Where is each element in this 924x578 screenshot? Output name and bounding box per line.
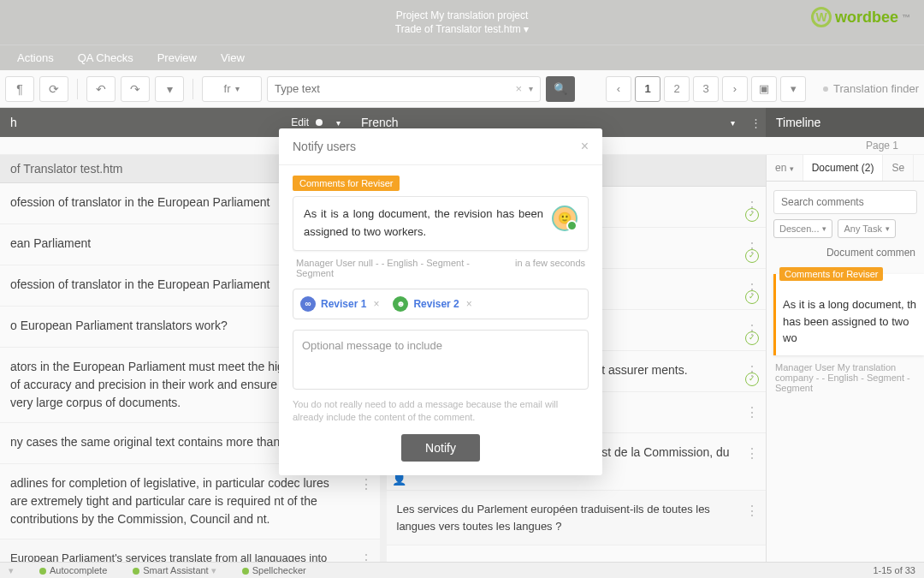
toolbar-more-icon[interactable]: ▾ <box>155 76 184 102</box>
document-comments-link[interactable]: Document commen <box>775 247 915 259</box>
segment-more-icon[interactable]: ⋮ <box>745 444 759 464</box>
top-header: Project My translation project Trade of … <box>0 0 924 45</box>
comment-tag: Comments for Reviser <box>779 267 883 281</box>
menu-bar: Actions QA Checks Preview View <box>0 45 924 70</box>
modal-comment-text: As it is a long document, the revision h… <box>304 206 543 241</box>
tab-segment[interactable]: Se <box>883 155 914 181</box>
timeline-panel: en ▾ Document (2) Se Descen...▾ Any Task… <box>766 155 924 563</box>
language-selector[interactable]: fr▾ <box>202 76 262 102</box>
user-chip[interactable]: ∞Reviser 1× <box>300 296 379 312</box>
status-check-icon[interactable]: ✓ <box>745 249 759 263</box>
selected-users: ∞Reviser 1× ☻Reviser 2× <box>293 289 589 319</box>
lang-header-more-icon[interactable]: ⋮ <box>745 108 766 137</box>
next-page-button[interactable]: › <box>722 76 748 102</box>
optional-message-input[interactable]: Optional message to include <box>293 330 589 390</box>
document-name[interactable]: Trade of Translator test.htm ▾ <box>395 23 529 35</box>
refresh-icon[interactable]: ⟳ <box>39 76 68 102</box>
search-input[interactable] <box>275 82 515 95</box>
footer: ▾ Autocomplete Smart Assistant ▾ Spellch… <box>0 562 924 578</box>
chevron-down-icon[interactable]: ▾ <box>529 84 533 93</box>
modal-hint: You do not really need to add a message … <box>293 398 589 425</box>
task-filter[interactable]: Any Task▾ <box>838 219 895 238</box>
spellchecker-toggle[interactable]: Spellchecker <box>242 565 306 575</box>
comment-meta: Manager User My translation company - - … <box>767 362 924 393</box>
close-icon[interactable]: × <box>581 139 589 154</box>
sort-filter[interactable]: Descen...▾ <box>773 219 832 238</box>
source-segment[interactable]: European Parliament's services translate… <box>0 539 380 563</box>
goto-segment-icon[interactable]: ▣ <box>751 76 777 102</box>
menu-qa-checks[interactable]: QA Checks <box>78 51 133 64</box>
search-button[interactable]: 🔍 <box>546 76 575 102</box>
segment-more-icon[interactable]: ⋮ <box>745 402 759 423</box>
toolbar: ¶ ⟳ ↶ ↷ ▾ fr▾ × ▾ 🔍 ‹ 1 2 3 › ▣ ▾ Transl… <box>0 70 924 108</box>
comment-body: As it is a long document, th has been as… <box>776 293 924 355</box>
clear-icon[interactable]: × <box>515 82 522 95</box>
user-chip[interactable]: ☻Reviser 2× <box>393 296 471 312</box>
autocomplete-toggle[interactable]: Autocomplete <box>39 565 107 575</box>
status-check-icon[interactable]: ✓ <box>745 290 759 304</box>
menu-preview[interactable]: Preview <box>157 51 197 64</box>
segment-more-icon[interactable]: ⋮ <box>745 501 759 521</box>
tab-document[interactable]: Document (2) <box>803 155 884 181</box>
avatar-icon: 🙂 <box>552 206 578 231</box>
project-name: Project My translation project <box>396 9 529 21</box>
modal-meta-time: in a few seconds <box>515 258 585 278</box>
modal-comment-tag: Comments for Reviser <box>293 176 400 191</box>
timeline-tabs: en ▾ Document (2) Se <box>767 155 924 182</box>
status-check-icon[interactable]: ✓ <box>745 372 759 386</box>
prev-page-button[interactable]: ‹ <box>606 76 631 102</box>
timeline-header: Timeline <box>766 108 924 137</box>
modal-title: Notify users <box>293 140 356 153</box>
notify-users-modal: Notify users × Comments for Reviser As i… <box>279 128 602 475</box>
comment-card[interactable]: Comments for Reviser As it is a long doc… <box>773 274 924 355</box>
target-lang-label: French <box>361 116 399 129</box>
brand-logo: W wordbee ™ <box>811 7 910 27</box>
target-segment[interactable]: Les services du Parlement européen tradu… <box>387 491 767 545</box>
remove-user-icon[interactable]: × <box>373 298 379 310</box>
modal-meta-author: Manager User null - - English - Segment … <box>296 258 484 278</box>
edit-toggle[interactable]: Edit▾ <box>291 116 341 128</box>
redo-icon[interactable]: ↷ <box>121 76 150 102</box>
status-check-icon[interactable]: ✓ <box>745 331 759 345</box>
search-box: × ▾ <box>267 76 541 102</box>
remove-user-icon[interactable]: × <box>466 298 472 310</box>
notify-button[interactable]: Notify <box>401 434 480 462</box>
menu-actions[interactable]: Actions <box>17 51 54 64</box>
segment-count: 1-15 of 33 <box>873 565 915 575</box>
modal-comment-card: As it is a long document, the revision h… <box>293 196 589 251</box>
smart-assistant-toggle[interactable]: Smart Assistant ▾ <box>133 565 216 576</box>
translation-finder[interactable]: Translation finder <box>823 82 919 95</box>
pager-more-icon[interactable]: ▾ <box>780 76 806 102</box>
page-2[interactable]: 2 <box>664 76 690 102</box>
status-check-icon[interactable]: ✓ <box>745 208 759 222</box>
segment-more-icon[interactable]: ⋮ <box>359 474 373 495</box>
tab-language[interactable]: en ▾ <box>767 155 803 181</box>
trademark: ™ <box>902 13 910 22</box>
source-lang-label: h <box>10 116 17 129</box>
page-1[interactable]: 1 <box>635 76 660 102</box>
brand-text: wordbee <box>835 9 898 27</box>
comments-search-input[interactable] <box>773 190 917 214</box>
menu-view[interactable]: View <box>221 51 245 64</box>
pilcrow-icon[interactable]: ¶ <box>5 76 34 102</box>
undo-icon[interactable]: ↶ <box>86 76 116 102</box>
pager: ‹ 1 2 3 › ▣ ▾ <box>606 76 806 102</box>
wordbee-icon: W <box>811 7 832 27</box>
page-3[interactable]: 3 <box>693 76 719 102</box>
